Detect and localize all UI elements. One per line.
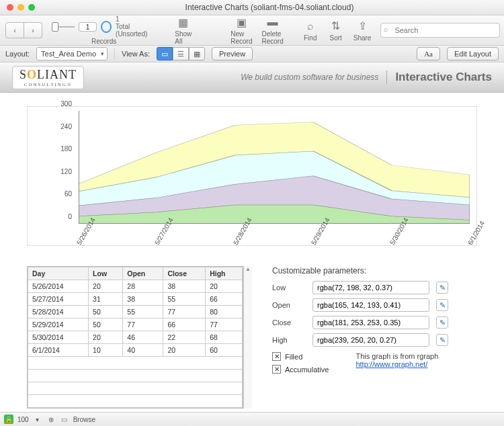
record-nav-buttons: ‹ › (5, 22, 42, 38)
data-table: DayLowOpenCloseHigh5/26/2014202838205/27… (28, 267, 243, 408)
status-icon[interactable]: ⊕ (46, 415, 56, 424)
param-low-input[interactable] (312, 281, 429, 294)
layout-select[interactable]: Test_Area Demo (36, 47, 108, 60)
param-low-label: Low (272, 284, 306, 292)
share-button[interactable]: ⇪ Share (353, 19, 372, 42)
pie-status-icon (101, 21, 112, 33)
next-record-button[interactable]: › (24, 22, 42, 38)
window-traffic-lights (0, 4, 35, 11)
lock-icon[interactable]: 🔒 (4, 415, 13, 424)
params-heading: Customizable parameters: (272, 266, 477, 275)
app-title: Interactive Charts (395, 71, 492, 84)
new-record-icon: ▣ (233, 15, 249, 29)
sort-icon: ⇅ (328, 19, 344, 33)
mode-label: Browse (73, 416, 95, 423)
table-header: Open (123, 267, 163, 280)
param-close-input[interactable] (312, 316, 429, 329)
table-row[interactable]: 5/27/201431385566 (28, 293, 243, 306)
preview-button[interactable]: Preview (212, 47, 253, 60)
view-as-toggle: ▭ ☰ ▦ (157, 47, 205, 60)
zoom-menu-icon[interactable]: ▾ (33, 415, 42, 424)
filled-checkbox[interactable]: ✕Filled (272, 352, 329, 361)
close-window-button[interactable] (7, 4, 13, 11)
table-row[interactable]: 5/28/201450557780 (28, 306, 243, 318)
eyedropper-icon[interactable]: ✎ (436, 282, 448, 294)
table-row[interactable]: 5/29/201450776677 (28, 318, 243, 331)
params-panel: Customizable parameters: Low ✎ Open ✎ Cl… (272, 266, 477, 374)
zoom-window-button[interactable] (28, 4, 35, 11)
accumulative-checkbox[interactable]: ✕Accumulative (272, 365, 329, 374)
eyedropper-icon[interactable]: ✎ (436, 316, 448, 329)
eyedropper-icon[interactable]: ✎ (436, 299, 448, 311)
param-close-label: Close (272, 318, 306, 327)
new-record-button[interactable]: ▣ New Record (230, 15, 252, 45)
table-row[interactable]: 5/30/201420462268 (28, 331, 243, 344)
delete-record-icon: ▬ (265, 15, 281, 29)
table-header: Day (28, 267, 89, 280)
show-all-button[interactable]: ▦ Show All (175, 15, 192, 45)
param-high-label: High (272, 336, 306, 344)
param-high-input[interactable] (312, 333, 429, 347)
record-slider[interactable] (52, 26, 75, 28)
prev-record-button[interactable]: ‹ (5, 22, 24, 38)
area-chart: 060120180240300 5/26/20145/27/20145/28/2… (27, 106, 477, 246)
records-widget: 1 1 Total (Unsorted) Records (52, 15, 156, 45)
soliant-logo: SOLIANT CONSULTING® (12, 66, 84, 89)
param-open-label: Open (272, 301, 306, 309)
app-header: SOLIANT CONSULTING® We build custom soft… (0, 62, 504, 93)
content-area: 060120180240300 5/26/20145/27/20145/28/2… (0, 93, 504, 426)
layout-label: Layout: (5, 50, 30, 58)
status-bar: 🔒 100 ▾ ⊕ ▭ Browse (0, 412, 504, 426)
find-icon: ⌕ (302, 19, 319, 33)
delete-record-button[interactable]: ▬ Delete Record (261, 15, 283, 45)
credit-text: This graph is from rgraph http://www.rgr… (355, 352, 438, 368)
window-titlebar: Interactive Charts (soliant-fms-04.solia… (0, 0, 504, 15)
search-area: ⌕ (380, 23, 500, 38)
table-header: High (206, 267, 243, 280)
records-total-label: 1 Total (Unsorted) (116, 15, 156, 38)
table-row[interactable]: 5/26/201420283820 (28, 280, 243, 293)
status-icon[interactable]: ▭ (60, 415, 69, 424)
table-header: Low (89, 267, 123, 280)
table-scrollbar[interactable]: ▲ (243, 266, 252, 409)
find-button[interactable]: ⌕ Find (302, 19, 319, 42)
chart-svg (79, 111, 470, 224)
view-as-label: View As: (122, 50, 150, 58)
minimize-window-button[interactable] (17, 4, 24, 11)
edit-layout-button[interactable]: Edit Layout (447, 47, 499, 60)
view-form-button[interactable]: ▭ (157, 47, 173, 60)
window-title: Interactive Charts (soliant-fms-04.solia… (35, 3, 504, 12)
table-row[interactable]: 6/1/201410402060 (28, 344, 243, 357)
zoom-level[interactable]: 100 (17, 416, 29, 423)
layout-bar: Layout: Test_Area Demo View As: ▭ ☰ ▦ Pr… (0, 46, 504, 62)
main-toolbar: ‹ › 1 1 Total (Unsorted) Records ▦ Show … (0, 15, 504, 46)
sort-button[interactable]: ⇅ Sort (328, 19, 344, 42)
view-table-button[interactable]: ▦ (189, 47, 205, 60)
data-table-container: DayLowOpenCloseHigh5/26/2014202838205/27… (27, 266, 252, 409)
search-icon: ⌕ (384, 25, 388, 33)
tagline: We build custom software for business (241, 73, 378, 82)
credit-link[interactable]: http://www.rgraph.net/ (355, 360, 427, 368)
param-open-input[interactable] (312, 298, 429, 312)
search-input[interactable] (380, 23, 500, 38)
text-format-button[interactable]: Aa (417, 47, 440, 60)
show-all-icon: ▦ (175, 15, 192, 29)
record-number-field[interactable]: 1 (79, 22, 97, 32)
records-label: Records (91, 38, 116, 45)
share-icon: ⇪ (354, 19, 370, 33)
view-list-button[interactable]: ☰ (173, 47, 189, 60)
eyedropper-icon[interactable]: ✎ (436, 334, 448, 346)
table-header: Close (163, 267, 206, 280)
